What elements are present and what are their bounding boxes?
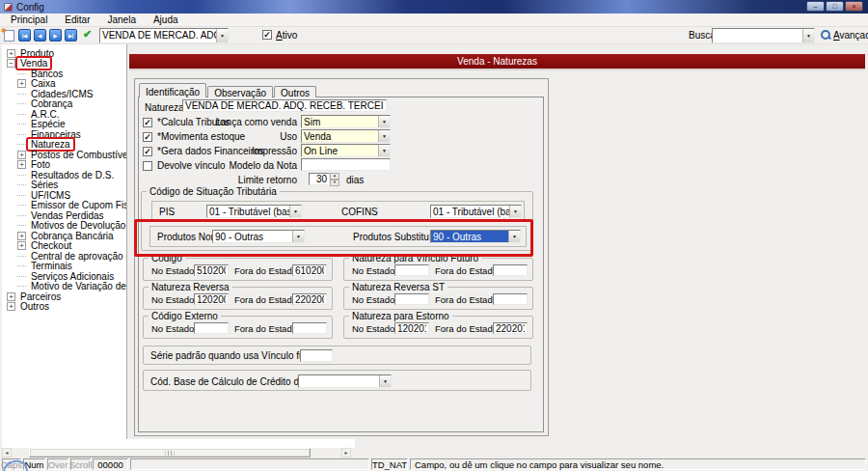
codigo-fora-estado-input[interactable] <box>292 264 327 276</box>
spinner-up-icon[interactable]: ▲ <box>330 173 339 180</box>
tree-item-label[interactable]: Vendas Perdidas <box>29 210 106 221</box>
tree-item-label[interactable]: Terminais <box>29 261 74 271</box>
externo-no-estado-input[interactable] <box>194 322 229 334</box>
spinner-down-icon[interactable]: ▼ <box>330 180 339 186</box>
expand-plus-icon[interactable]: + <box>17 241 26 250</box>
expand-plus-icon[interactable]: + <box>17 79 26 88</box>
tree-item-label[interactable]: Outros <box>18 301 51 312</box>
tree-item-label[interactable]: Checkout <box>29 240 73 251</box>
chevron-down-icon[interactable]: ▼ <box>509 206 521 217</box>
status-spacer-panel <box>130 458 369 470</box>
chevron-down-icon[interactable]: ▼ <box>508 231 520 242</box>
tree-item-label[interactable]: Parceiros <box>18 291 63 302</box>
tree-item-label[interactable]: Bancos <box>29 69 65 79</box>
previous-record-icon[interactable]: ◀ <box>34 29 46 42</box>
chevron-down-icon[interactable]: ▼ <box>289 206 301 217</box>
natureza-input[interactable] <box>182 99 387 112</box>
cofins-combo[interactable]: 01 - Tributável (base de c ▼ <box>430 205 522 218</box>
tree-item-label[interactable]: Cobrança Bancária <box>29 231 116 241</box>
app-icon <box>4 3 13 12</box>
pis-combo[interactable]: 01 - Tributável (base de c ▼ <box>206 205 302 218</box>
chevron-down-icon[interactable]: ▼ <box>379 375 391 387</box>
no-estado-label: No Estado <box>151 265 194 276</box>
tree-item-label[interactable]: A.R.C. <box>29 109 61 120</box>
busca-combo[interactable]: ▼ <box>712 28 815 43</box>
tab-outros[interactable]: Outros <box>274 86 316 97</box>
scroll-right-icon[interactable]: ► <box>341 448 351 457</box>
limite-retorno-input[interactable] <box>309 173 330 185</box>
lanca-como-venda-combo[interactable]: Sim ▼ <box>301 115 391 128</box>
reversa-no-estado-input[interactable] <box>194 293 229 305</box>
scrollbar-track[interactable] <box>12 448 341 457</box>
produtos-substituidos-combo[interactable]: 90 - Outras ▼ <box>430 230 521 243</box>
avancada-link[interactable]: Avançada <box>833 30 868 41</box>
expand-plus-icon[interactable]: + <box>7 292 15 301</box>
tree-item-label[interactable]: Cobrança <box>29 98 74 109</box>
cst-pis-cofins-box: PIS 01 - Tributável (base de c ▼ COFINS … <box>151 201 525 222</box>
cod-base-combo[interactable]: ▼ <box>298 374 392 388</box>
tree-item-label[interactable]: UF/ICMS <box>29 190 72 201</box>
limite-retorno-spinner[interactable]: ▲ ▼ <box>330 173 339 186</box>
reversa-fora-estado-input[interactable] <box>292 293 327 305</box>
tree-item-label[interactable]: Espécie <box>29 119 68 129</box>
tree-item-label[interactable]: Cidades/ICMS <box>29 89 95 99</box>
scroll-left-icon[interactable]: ◄ <box>2 448 12 457</box>
chevron-down-icon[interactable]: ▼ <box>378 145 390 156</box>
expand-plus-icon[interactable]: + <box>17 160 26 169</box>
expand-plus-icon[interactable]: + <box>17 151 26 159</box>
menu-principal[interactable]: Principal <box>2 14 56 26</box>
maximize-button[interactable]: □ <box>826 1 844 12</box>
produtos-normais-combo[interactable]: 90 - Outras ▼ <box>212 230 305 243</box>
chevron-down-icon[interactable]: ▼ <box>292 231 304 242</box>
tree-item-label[interactable]: Caixa <box>29 78 58 89</box>
vinculo-futuro-fora-estado-input[interactable] <box>493 264 528 276</box>
tab-identificacao[interactable]: Identificação <box>139 83 206 97</box>
confirm-check-icon[interactable]: ✔ <box>83 28 92 41</box>
tree-item-label[interactable]: Motivos de Devolução <box>29 220 127 231</box>
chevron-down-icon[interactable]: ▼ <box>802 29 814 42</box>
modelo-da-nota-input[interactable] <box>301 158 391 171</box>
record-combo[interactable]: VENDA DE MERCAD. ADQ. RECEB. ▼ <box>99 28 229 43</box>
tab-observacao[interactable]: Observação <box>207 86 273 97</box>
collapse-minus-icon[interactable]: − <box>7 59 15 68</box>
ativo-checkbox[interactable]: ✓ <box>262 30 272 40</box>
tree-horizontal-scrollbar[interactable]: ◄ ► <box>2 448 351 457</box>
minimize-button[interactable]: – <box>806 1 825 12</box>
next-record-icon[interactable]: ▶ <box>49 29 62 42</box>
externo-fora-estado-input[interactable] <box>292 322 327 334</box>
chevron-down-icon[interactable]: ▼ <box>216 29 228 42</box>
natureza-estorno-title: Natureza para Estorno <box>349 311 452 321</box>
scrollbar-thumb[interactable] <box>29 448 311 457</box>
vinculo-futuro-no-estado-input[interactable] <box>394 264 429 276</box>
tree-item-label[interactable]: Serviços Adicionais <box>29 271 116 282</box>
chevron-down-icon[interactable]: ▼ <box>378 130 390 142</box>
tree-item-label[interactable]: Foto <box>29 159 52 170</box>
reversa-st-fora-estado-input[interactable] <box>493 293 528 305</box>
tree-item-label[interactable]: Séries <box>29 180 60 190</box>
impressao-combo[interactable]: On Line ▼ <box>301 144 391 157</box>
serie-padrao-input[interactable] <box>300 349 333 362</box>
first-record-icon[interactable]: |◀ <box>18 29 31 42</box>
estorno-no-estado-input[interactable] <box>394 322 429 334</box>
codigo-no-estado-input[interactable] <box>194 264 229 276</box>
menu-ajuda[interactable]: Ajuda <box>145 14 187 26</box>
new-record-icon[interactable] <box>4 30 14 42</box>
menu-editar[interactable]: Editar <box>56 14 98 26</box>
uso-combo[interactable]: Venda ▼ <box>301 129 391 143</box>
search-icon[interactable] <box>821 30 831 41</box>
expand-plus-icon[interactable]: + <box>7 302 15 311</box>
close-button[interactable]: × <box>845 1 863 12</box>
last-record-icon[interactable]: ▶| <box>65 29 77 42</box>
modelo-da-nota-label: Modelo da Nota <box>191 160 297 171</box>
status-bar: Caps Num Over Scroll 00000 TD_NAT Campo,… <box>0 457 868 471</box>
reversa-st-no-estado-input[interactable] <box>394 293 429 305</box>
expand-plus-icon[interactable]: + <box>17 232 26 240</box>
num-indicator: Num <box>23 458 45 470</box>
estorno-fora-estado-input[interactable] <box>493 322 528 334</box>
no-estado-label: No Estado <box>151 294 194 305</box>
tree-item-label[interactable]: Postos de Combustíveis <box>29 150 137 160</box>
tree-item-label[interactable]: Resultados de D.S. <box>29 170 116 180</box>
expand-plus-icon[interactable]: + <box>7 49 15 58</box>
chevron-down-icon[interactable]: ▼ <box>378 116 390 127</box>
menu-janela[interactable]: Janela <box>98 14 144 26</box>
